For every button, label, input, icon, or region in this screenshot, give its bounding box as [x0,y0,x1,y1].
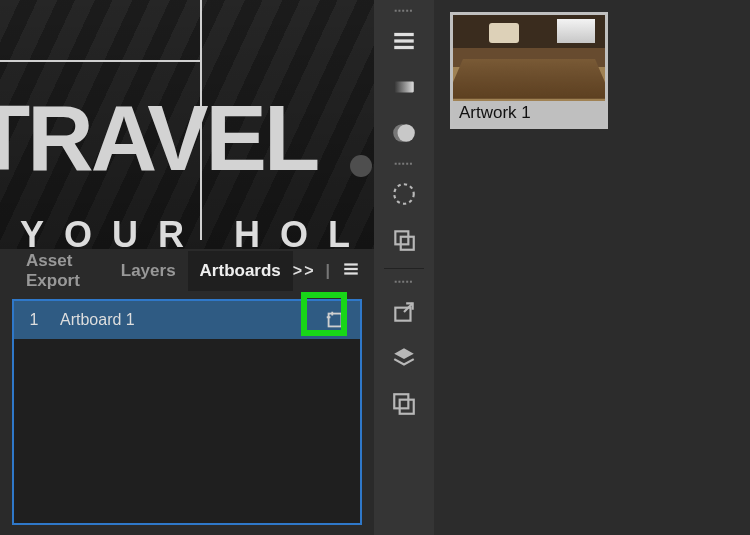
svg-point-6 [394,184,414,204]
artboard-index: 1 [14,311,54,329]
svg-rect-15 [329,314,342,327]
dashed-circle-icon[interactable] [384,174,424,214]
dock-grip-icon: ▪▪▪▪▪ [394,277,413,286]
artboards-icon[interactable] [384,384,424,424]
divider: | [326,262,332,280]
tabs-overflow-icon[interactable]: >> [293,262,316,280]
svg-rect-3 [394,82,414,93]
right-panel: Artwork 1 [434,0,750,535]
tab-asset-export[interactable]: Asset Export [14,241,109,301]
thumbnail-label: Artwork 1 [453,101,605,126]
layers-icon[interactable] [384,338,424,378]
dock-grip-icon: ▪▪▪▪▪ [394,6,413,15]
artwork-thumbnail[interactable]: Artwork 1 [450,12,608,129]
tab-artboards[interactable]: Artboards [188,251,293,291]
guide-horizontal [0,60,200,62]
svg-rect-10 [394,394,408,408]
dock-grip-icon: ▪▪▪▪▪ [394,159,413,168]
svg-rect-9 [395,308,410,321]
artboard-options-button[interactable] [314,304,356,336]
app-root: TRAVEL YOUR HOLIDA ▪▪▪▪▪ ▪▪▪▪▪ ▪▪▪▪▪ [0,0,750,535]
thumbnail-image [453,15,605,101]
gradient-icon[interactable] [384,67,424,107]
svg-point-5 [398,124,415,141]
divider [384,268,424,269]
artboard-list: 1 Artboard 1 [12,299,362,525]
artboards-panel: Asset Export Layers Artboards >> | 1 Art… [0,249,374,535]
ellipse-icon[interactable] [384,113,424,153]
artboard-row[interactable]: 1 Artboard 1 [14,301,360,339]
document-canvas[interactable]: TRAVEL YOUR HOLIDA [0,0,374,249]
transform-anchor[interactable] [350,155,372,177]
artboard-name[interactable]: Artboard 1 [54,311,314,329]
menu-icon[interactable] [384,21,424,61]
tab-layers[interactable]: Layers [109,251,188,291]
headline-text: TRAVEL [0,86,317,191]
panel-dock: ▪▪▪▪▪ ▪▪▪▪▪ ▪▪▪▪▪ [374,0,434,535]
overlap-squares-icon[interactable] [384,220,424,260]
export-icon[interactable] [384,292,424,332]
svg-rect-11 [400,400,414,414]
panel-menu-icon[interactable] [342,260,360,282]
panel-tabs: Asset Export Layers Artboards >> | [0,249,374,293]
